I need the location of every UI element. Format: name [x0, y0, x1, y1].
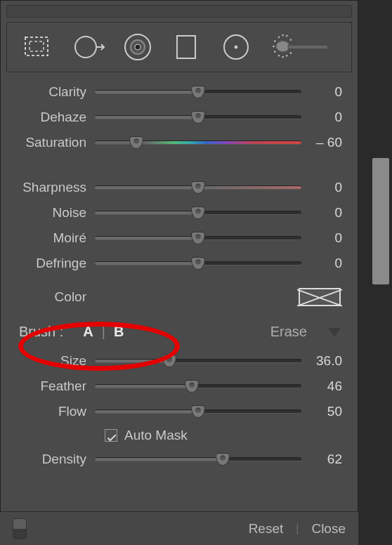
size-slider[interactable] [95, 353, 301, 369]
defringe-row: Defringe 0 [11, 251, 342, 276]
svg-point-20 [286, 55, 287, 56]
clarity-label: Clarity [11, 84, 95, 100]
size-row: Size 36.0 [11, 348, 342, 374]
noise-value[interactable]: 0 [301, 205, 342, 221]
automask-checkbox[interactable] [105, 429, 117, 442]
brush-label: Brush : [19, 324, 63, 340]
flow-label: Flow [11, 404, 95, 419]
reset-button[interactable]: Reset [249, 521, 284, 537]
svg-point-14 [273, 46, 275, 47]
size-value[interactable]: 36.0 [301, 353, 342, 369]
density-value[interactable]: 62 [301, 452, 342, 467]
clarity-value[interactable]: 0 [301, 84, 342, 100]
brush-tool-icon[interactable] [268, 30, 332, 64]
svg-point-21 [276, 41, 289, 52]
flow-row: Flow 50 [11, 399, 342, 424]
spot-removal-tool-icon[interactable] [72, 30, 105, 64]
noise-slider[interactable] [95, 205, 301, 221]
svg-rect-1 [30, 41, 44, 51]
color-row: Color [1, 282, 358, 313]
color-swatch-none-icon[interactable] [299, 288, 341, 306]
automask-row: Auto Mask [11, 424, 342, 447]
saturation-label: Saturation [11, 135, 95, 150]
clarity-slider[interactable] [95, 84, 301, 100]
redeye-tool-icon[interactable] [121, 30, 155, 64]
saturation-value[interactable]: – 60 [301, 135, 342, 150]
defringe-label: Defringe [11, 256, 95, 271]
automask-label: Auto Mask [124, 428, 188, 443]
flow-slider[interactable] [95, 404, 301, 419]
density-label: Density [11, 452, 95, 467]
defringe-slider[interactable] [95, 256, 301, 271]
dehaze-label: Dehaze [11, 110, 95, 125]
brush-b-tab[interactable]: B [110, 324, 128, 340]
clarity-row: Clarity 0 [11, 79, 342, 105]
svg-point-9 [278, 37, 280, 38]
prev-panel-edge [6, 5, 352, 18]
slider-block-tone: Clarity 0 Dehaze 0 Saturation – 60 [1, 77, 358, 155]
crop-tool-icon[interactable] [17, 30, 56, 64]
noise-row: Noise 0 [11, 200, 342, 225]
footer-sep: | [296, 523, 299, 535]
feather-row: Feather 46 [11, 374, 342, 399]
dehaze-value[interactable]: 0 [301, 110, 342, 125]
panel-footer: Reset | Close [0, 511, 358, 545]
gradient-filter-tool-icon[interactable] [170, 30, 204, 64]
feather-value[interactable]: 46 [301, 379, 342, 394]
radial-filter-tool-icon[interactable] [219, 30, 253, 64]
feather-label: Feather [11, 379, 95, 394]
svg-point-18 [278, 55, 280, 56]
svg-rect-6 [177, 36, 195, 58]
saturation-row: Saturation – 60 [11, 130, 342, 155]
noise-label: Noise [11, 205, 95, 221]
sharpness-row: Sharpness 0 [11, 175, 342, 200]
brush-erase-tab[interactable]: Erase [270, 324, 307, 340]
local-adjust-toolbar [6, 22, 352, 72]
close-button[interactable]: Close [311, 521, 346, 537]
moire-label: Moiré [11, 230, 95, 246]
sharpness-label: Sharpness [11, 180, 95, 195]
dehaze-row: Dehaze 0 [11, 105, 342, 130]
svg-point-17 [290, 53, 292, 54]
slider-block-detail: Sharpness 0 Noise 0 Moiré 0 Defringe [1, 172, 358, 276]
svg-point-5 [135, 44, 141, 50]
flow-value[interactable]: 50 [301, 404, 342, 419]
sharpness-slider[interactable] [95, 180, 301, 195]
density-slider[interactable] [95, 452, 301, 467]
scrollbar-thumb[interactable] [372, 158, 389, 284]
saturation-slider[interactable] [95, 135, 301, 150]
svg-point-19 [282, 56, 284, 58]
dehaze-slider[interactable] [95, 110, 301, 125]
moire-slider[interactable] [95, 230, 301, 246]
adjustment-panel: Clarity 0 Dehaze 0 Saturation – 60 [0, 0, 358, 545]
svg-point-10 [282, 34, 284, 36]
svg-rect-0 [25, 37, 48, 55]
size-label: Size [11, 353, 95, 369]
svg-point-11 [286, 35, 287, 37]
brush-header: Brush : A | B Erase [1, 313, 358, 346]
svg-point-16 [274, 51, 275, 53]
svg-point-8 [235, 46, 237, 48]
panel-toggle-switch[interactable] [13, 518, 27, 539]
moire-row: Moiré 0 [11, 225, 342, 251]
defringe-value[interactable]: 0 [301, 256, 342, 271]
brush-a-tab[interactable]: A [79, 324, 97, 340]
collapse-triangle-icon[interactable] [328, 328, 341, 336]
color-label: Color [11, 289, 95, 305]
density-row: Density 62 [11, 447, 342, 472]
moire-value[interactable]: 0 [301, 230, 342, 246]
brush-sep: | [98, 324, 110, 340]
svg-point-13 [290, 39, 292, 41]
svg-point-12 [274, 41, 275, 42]
window-right-edge [358, 0, 392, 545]
svg-point-2 [75, 37, 96, 58]
slider-block-brush: Size 36.0 Feather 46 Flow 50 Au [1, 346, 358, 472]
sharpness-value[interactable]: 0 [301, 180, 342, 195]
feather-slider[interactable] [95, 379, 301, 394]
